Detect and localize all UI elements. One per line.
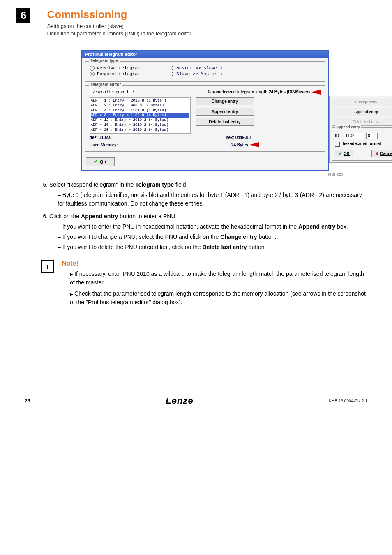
close-icon: ✘ — [375, 151, 378, 156]
window-titlebar: Profibus telegram editor — [82, 51, 328, 58]
side-ok-button[interactable]: ✔ OK — [335, 150, 353, 157]
doc-id: KHB 13.0004-EN 2.1 — [329, 399, 367, 403]
change-entry-button[interactable]: Change entry — [196, 97, 254, 105]
hex-value: hex: 044E.00 — [226, 135, 251, 140]
step-6-sub3: If you want to delete the PNU entered la… — [58, 243, 367, 252]
check-icon: ✔ — [94, 159, 97, 164]
id-sub-input[interactable]: 0 — [366, 133, 378, 139]
telegram-type-group: Telegram type Receive telegram ( Master … — [85, 61, 325, 82]
hex-format-checkbox[interactable] — [335, 142, 340, 147]
list-item[interactable]: ADR = 2 : Entry = 968.0 (2 Bytes) — [91, 104, 189, 109]
dez-value: dez: 1102.0 — [90, 135, 111, 140]
radio-receive[interactable] — [90, 66, 95, 71]
hex-format-label: hexadecimal format — [343, 141, 381, 146]
radio-receive-hint: ( Master >> Slave ) — [171, 66, 222, 71]
cancel-label: Cancel — [380, 151, 392, 156]
note-bullet-1: If necessary, enter PNU 2010 as a wildca… — [70, 270, 367, 287]
side-append-entry-button[interactable]: Append entry — [332, 108, 392, 116]
ok-label: OK — [100, 160, 107, 164]
used-memory-value: 24 Bytes — [231, 143, 248, 147]
side-panel: Change entry Append entry Delete last en… — [329, 96, 392, 162]
list-item[interactable]: ADR = 8 : Entry = 1102.0 (4 Bytes) — [91, 113, 189, 118]
list-item[interactable]: ADR = 20 : Entry = 2010.2 (4 Bytes) — [91, 128, 189, 133]
radio-respond[interactable] — [90, 72, 95, 76]
ok-button[interactable]: ✔ OK — [86, 157, 115, 166]
radio-receive-label: Receive telegram — [97, 66, 171, 71]
telegram-select[interactable]: Respond telegram 1 — [90, 89, 136, 95]
step-5: Select "Respond telegram" in the Telegra… — [49, 180, 367, 208]
group-legend: Append entry — [335, 125, 361, 129]
header-sub1: Settings on the controller (slave) — [47, 23, 367, 30]
ok-label: OK — [344, 151, 350, 156]
list-item[interactable]: ADR = 4 : Entry = 1101.0 (4 Bytes) — [91, 109, 189, 113]
list-item[interactable]: ADR = 12 : Entry = 2010.2 (4 Bytes) — [91, 118, 189, 123]
figure-code: 931E_025 — [41, 173, 343, 176]
note-title: Note! — [62, 260, 367, 267]
step-6: Click on the Append entry button to ente… — [49, 212, 367, 252]
step-6-sub2: If you want to change a PNU, select the … — [58, 233, 367, 241]
arrow-icon — [311, 90, 321, 95]
param-length-label: Parameterized telegram length 24 Bytes (… — [208, 90, 310, 94]
side-delete-entry-button[interactable]: Delete last entry — [332, 118, 392, 126]
radio-respond-label: Respond telegram — [97, 72, 171, 76]
delete-last-entry-button[interactable]: Delete last entry — [196, 118, 254, 126]
page-number: 26 — [25, 398, 30, 404]
step-6-sub1: If you want to enter the PNU in hexadeci… — [58, 222, 367, 231]
side-change-entry-button[interactable]: Change entry — [332, 98, 392, 106]
id-main-input[interactable]: 1102 — [344, 133, 363, 139]
chapter-number: 6 — [16, 8, 30, 23]
list-item[interactable]: ADR = 16 : Entry = 2010.2 (4 Bytes) — [91, 123, 189, 128]
arrow-icon — [250, 142, 259, 147]
id-label: ID = — [335, 134, 344, 138]
check-icon: ✔ — [339, 151, 342, 156]
page-footer: 26 Lenze KHB 13.0004-EN 2.1 — [0, 391, 392, 414]
side-cancel-button[interactable]: ✘ Cancel — [371, 150, 392, 157]
info-icon: i — [41, 260, 54, 273]
lenze-logo: Lenze — [166, 395, 193, 406]
note-bullet-2: Check that the parameterised telegram le… — [70, 289, 367, 307]
telegram-editor-group: Telegram editor Respond telegram 1 Param… — [85, 85, 325, 152]
append-entry-group: Append entry ID = 1102 0 hexadecimal for… — [332, 127, 392, 160]
group-legend: Telegram type — [89, 58, 120, 63]
group-legend: Telegram editor — [89, 82, 122, 87]
header-sub2: Definition of parameter numbers (PNU) in… — [47, 30, 367, 37]
radio-respond-hint: ( Slave >> Master ) — [171, 72, 222, 76]
used-memory-label: Used Memory: — [90, 143, 118, 147]
append-entry-button[interactable]: Append entry — [196, 108, 254, 116]
note-block: i Note! If necessary, enter PNU 2010 as … — [41, 260, 367, 309]
entry-list[interactable]: ADR = 1 : Entry = 2010.8 (1 Byte ) ADR =… — [90, 97, 191, 134]
list-item[interactable]: ADR = 1 : Entry = 2010.8 (1 Byte ) — [91, 99, 189, 104]
step-5-sub1: Byte 0 (telegram identifier, not visible… — [58, 191, 367, 208]
profibus-editor-window: Profibus telegram editor Telegram type R… — [81, 50, 329, 171]
page-title: Commissioning — [47, 8, 367, 21]
